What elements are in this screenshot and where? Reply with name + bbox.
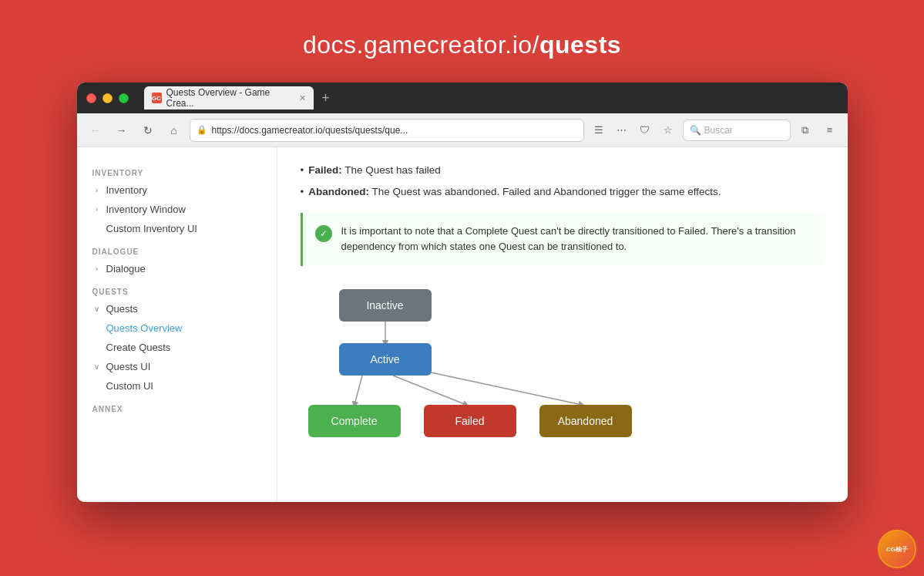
watermark: CG柚子: [878, 530, 916, 568]
sidebar-section-inventory: INVENTORY: [77, 160, 277, 180]
sidebar-section-quests: QUESTS: [77, 278, 277, 299]
abandoned-node: Abandoned: [539, 405, 632, 437]
sidebar-dialogue-label: Dialogue: [106, 263, 146, 275]
browser-titlebar: GC Quests Overview - Game Crea... ✕ +: [77, 83, 848, 113]
url-prefix: docs.gamecreator.io/: [303, 31, 539, 59]
failed-bold: Failed:: [308, 164, 342, 176]
sidebar-item-custom-ui[interactable]: Custom UI: [77, 376, 277, 396]
browser-tabs: GC Quests Overview - Game Crea... ✕ +: [144, 86, 838, 109]
sidebar-section-dialogue: DIALOGUE: [77, 238, 277, 259]
info-box: ✓ It is important to note that a Complet…: [301, 213, 825, 267]
failed-node: Failed: [424, 405, 516, 437]
state-diagram: Inactive Active Complete Failed Abandone…: [301, 281, 701, 451]
browser-window: GC Quests Overview - Game Crea... ✕ + ← …: [77, 83, 848, 502]
close-button[interactable]: [86, 93, 96, 103]
shield-icon[interactable]: 🛡: [635, 120, 655, 140]
forward-button[interactable]: →: [111, 120, 133, 141]
minimize-button[interactable]: [102, 93, 113, 103]
list-item-abandoned: • Abandoned: The Quest was abandoned. Fa…: [301, 184, 825, 200]
sidebar: INVENTORY › Inventory › Inventory Window…: [77, 147, 277, 502]
search-placeholder: Buscar: [704, 125, 733, 136]
sidebar-inventory-window-label: Inventory Window: [106, 204, 186, 215]
chevron-down-icon: ∨: [92, 305, 102, 313]
active-tab[interactable]: GC Quests Overview - Game Crea... ✕: [144, 86, 314, 109]
sidebar-item-quests[interactable]: ∨ Quests: [77, 299, 277, 318]
info-text: It is important to note that a Complete …: [341, 224, 812, 256]
sidebar-section-annex: ANNEX: [77, 396, 277, 416]
lock-icon: 🔒: [197, 125, 207, 135]
maximize-button[interactable]: [119, 93, 129, 103]
back-button[interactable]: ←: [85, 120, 106, 141]
bullet-icon: •: [301, 163, 304, 178]
quests-overview-label: Quests Overview: [106, 322, 183, 334]
sidebar-item-create-quests[interactable]: Create Quests: [77, 338, 277, 357]
sidebar-inventory-label: Inventory: [106, 184, 147, 196]
sidebar-item-custom-inventory-ui[interactable]: Custom Inventory UI: [77, 219, 277, 238]
failed-label: Failed: [455, 415, 484, 427]
address-text: https://docs.gamecreator.io/quests/quest…: [212, 125, 577, 136]
list-item-failed: • Failed: The Quest has failed: [301, 163, 825, 178]
address-url: https://docs.gamecreator.io/quests/quest…: [212, 125, 408, 136]
abandoned-text: The Quest was abandoned. Failed and Aban…: [369, 186, 721, 197]
address-bar[interactable]: 🔒 https://docs.gamecreator.io/quests/que…: [190, 119, 584, 142]
sidebar-quests-label: Quests: [106, 303, 138, 315]
svg-line-3: [420, 370, 582, 405]
tab-favicon: GC: [152, 93, 162, 103]
sidebar-item-quests-ui[interactable]: ∨ Quests UI: [77, 357, 277, 376]
browser-body: INVENTORY › Inventory › Inventory Window…: [77, 147, 848, 502]
active-node: Active: [339, 343, 432, 376]
chevron-right-icon: ›: [92, 205, 102, 214]
sidebar-item-quests-overview[interactable]: Quests Overview: [77, 318, 277, 338]
complete-label: Complete: [331, 415, 378, 427]
content-list: • Failed: The Quest has failed • Abandon…: [301, 163, 825, 200]
inactive-label: Inactive: [366, 299, 403, 312]
svg-line-1: [354, 376, 362, 405]
chevron-down-icon: ∨: [92, 362, 102, 371]
split-view-icon[interactable]: ⧉: [795, 120, 815, 140]
reader-mode-icon[interactable]: ☰: [589, 120, 609, 140]
refresh-button[interactable]: ↻: [137, 120, 159, 141]
chevron-right-icon: ›: [92, 264, 102, 273]
search-bar[interactable]: 🔍 Buscar: [683, 120, 791, 141]
sidebar-item-inventory[interactable]: › Inventory: [77, 180, 277, 200]
page-url-header: docs.gamecreator.io/quests: [303, 31, 621, 59]
sidebar-item-dialogue[interactable]: › Dialogue: [77, 259, 277, 278]
complete-node: Complete: [308, 405, 401, 437]
bookmark-icon[interactable]: ☆: [658, 120, 678, 140]
tab-close-button[interactable]: ✕: [299, 93, 306, 103]
main-content: • Failed: The Quest has failed • Abandon…: [277, 147, 848, 502]
chevron-right-icon: ›: [92, 186, 102, 194]
watermark-inner: CG柚子: [879, 531, 915, 567]
search-icon: 🔍: [690, 125, 701, 136]
active-label: Active: [370, 353, 399, 365]
sidebar-quests-ui-label: Quests UI: [106, 361, 151, 372]
create-quests-label: Create Quests: [106, 342, 171, 353]
failed-text: The Quest has failed: [342, 164, 441, 176]
check-icon: ✓: [315, 225, 332, 242]
custom-ui-label: Custom UI: [106, 380, 153, 392]
browser-toolbar: ← → ↻ ⌂ 🔒 https://docs.gamecreator.io/qu…: [77, 113, 848, 147]
tab-title: Quests Overview - Game Crea...: [166, 87, 291, 109]
url-bold: quests: [539, 31, 621, 59]
new-tab-button[interactable]: +: [317, 89, 335, 107]
abandoned-bold: Abandoned:: [308, 186, 369, 197]
menu-icon[interactable]: ≡: [820, 120, 840, 140]
svg-line-2: [393, 376, 466, 405]
dots-menu-icon[interactable]: ⋯: [612, 120, 632, 140]
toolbar-icons: ☰ ⋯ 🛡 ☆: [589, 120, 678, 140]
custom-inventory-ui-label: Custom Inventory UI: [106, 223, 198, 234]
bullet-icon: •: [301, 184, 304, 200]
inactive-node: Inactive: [339, 289, 432, 322]
abandoned-label: Abandoned: [558, 415, 613, 427]
sidebar-item-inventory-window[interactable]: › Inventory Window: [77, 200, 277, 219]
home-button[interactable]: ⌂: [163, 120, 185, 141]
